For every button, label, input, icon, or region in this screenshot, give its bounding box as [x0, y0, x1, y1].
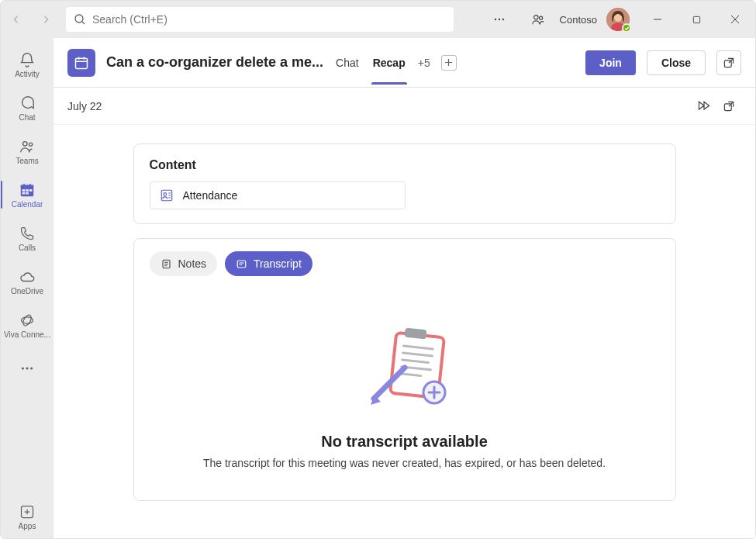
tab-chat[interactable]: Chat [334, 41, 361, 85]
maximize-icon [692, 16, 701, 24]
svg-rect-18 [26, 192, 29, 195]
svg-point-2 [498, 19, 499, 20]
content-heading: Content [150, 158, 660, 172]
attendance-row[interactable]: Attendance [150, 181, 406, 209]
svg-rect-33 [237, 261, 246, 268]
maximize-button[interactable] [679, 2, 713, 36]
svg-point-23 [22, 367, 24, 369]
pill-notes[interactable]: Notes [150, 251, 218, 276]
meeting-title: Can a co-organizer delete a me... [106, 54, 323, 71]
pop-out-icon [723, 100, 735, 112]
plus-icon [444, 58, 453, 67]
svg-point-10 [23, 142, 28, 147]
viva-icon [18, 311, 36, 330]
rail-label: OneDrive [11, 287, 43, 295]
title-bar: Contoso [1, 1, 755, 38]
minimize-button[interactable] [640, 2, 675, 36]
rail-apps[interactable]: Apps [1, 495, 54, 538]
pill-label: Transcript [254, 257, 302, 270]
svg-point-0 [75, 15, 83, 22]
rail-chat[interactable]: Chat [1, 86, 54, 130]
add-tab-button[interactable] [441, 55, 457, 71]
pill-transcript[interactable]: Transcript [225, 251, 312, 276]
svg-point-22 [22, 313, 33, 327]
empty-state: No transcript available The transcript f… [134, 276, 675, 500]
people-button[interactable] [521, 2, 555, 36]
attendance-icon [160, 188, 174, 202]
ellipsis-icon [493, 13, 506, 26]
svg-rect-16 [29, 189, 33, 192]
rail-label: Viva Conne... [4, 330, 50, 339]
rail-label: Teams [16, 157, 38, 165]
open-external-button[interactable] [716, 94, 741, 119]
pop-out-button[interactable] [716, 50, 741, 75]
close-window-button[interactable] [718, 2, 752, 36]
transcript-icon [236, 258, 247, 270]
rail-onedrive[interactable]: OneDrive [1, 260, 54, 303]
notes-icon [161, 258, 172, 270]
chevron-right-icon [40, 14, 51, 25]
rail-more[interactable] [1, 347, 54, 390]
forward-button[interactable] [33, 7, 58, 32]
more-options-button[interactable] [482, 2, 516, 36]
empty-body: The transcript for this meeting was neve… [203, 457, 606, 469]
chevron-left-icon [11, 14, 22, 25]
transcript-card: Notes Transcript [133, 238, 676, 501]
svg-point-1 [494, 19, 495, 20]
svg-point-31 [163, 193, 166, 196]
svg-rect-27 [76, 58, 88, 68]
cloud-icon [18, 268, 36, 286]
apps-icon [18, 503, 36, 521]
meeting-date: July 22 [67, 100, 102, 112]
svg-rect-17 [22, 192, 26, 195]
date-bar: July 22 [54, 88, 755, 125]
calendar-icon [18, 181, 36, 199]
meeting-header: Can a co-organizer delete a me... Chat R… [54, 38, 755, 88]
account-button[interactable] [606, 8, 630, 31]
svg-point-24 [26, 367, 28, 369]
pill-label: Notes [178, 257, 207, 270]
rail-teams[interactable]: Teams [1, 130, 54, 173]
search-icon [74, 13, 86, 26]
pill-row: Notes Transcript [134, 239, 675, 276]
attendance-label: Attendance [183, 189, 238, 202]
rail-label: Chat [19, 113, 35, 122]
svg-rect-15 [26, 189, 29, 192]
svg-point-4 [533, 16, 537, 19]
close-icon [730, 15, 740, 24]
org-label: Contoso [560, 14, 597, 26]
svg-point-25 [30, 367, 33, 369]
tab-more-count[interactable]: +5 [418, 57, 430, 69]
svg-rect-20 [29, 184, 30, 187]
app-rail: Activity Chat Teams Calendar Calls OneDr… [1, 38, 54, 538]
close-button[interactable]: Close [647, 50, 706, 75]
search-input[interactable] [92, 13, 446, 26]
rail-calls[interactable]: Calls [1, 216, 54, 260]
rail-viva[interactable]: Viva Conne... [1, 303, 54, 347]
rail-label: Apps [19, 522, 36, 530]
rail-label: Activity [15, 70, 40, 78]
clipboard-illustration-icon [350, 313, 459, 414]
rail-activity[interactable]: Activity [1, 43, 54, 86]
recap-body[interactable]: Content Attendance Notes [54, 125, 755, 538]
svg-point-5 [539, 16, 542, 19]
meeting-calendar-chip [67, 49, 95, 77]
join-button[interactable]: Join [585, 50, 636, 75]
svg-point-3 [502, 19, 503, 20]
svg-rect-19 [23, 184, 24, 187]
svg-point-11 [29, 143, 32, 146]
rail-label: Calendar [12, 200, 43, 209]
phone-icon [18, 224, 36, 243]
teams-icon [18, 137, 36, 156]
chat-icon [18, 94, 36, 112]
svg-rect-14 [22, 189, 26, 192]
minimize-icon [653, 15, 662, 24]
ellipsis-icon [18, 359, 36, 378]
tab-recap[interactable]: Recap [371, 41, 407, 85]
rail-calendar[interactable]: Calendar [1, 173, 54, 216]
empty-title: No transcript available [321, 433, 488, 451]
search-box[interactable] [66, 7, 454, 32]
bell-icon [18, 50, 36, 69]
back-button[interactable] [4, 7, 29, 32]
forward-meeting-button[interactable] [692, 94, 716, 119]
